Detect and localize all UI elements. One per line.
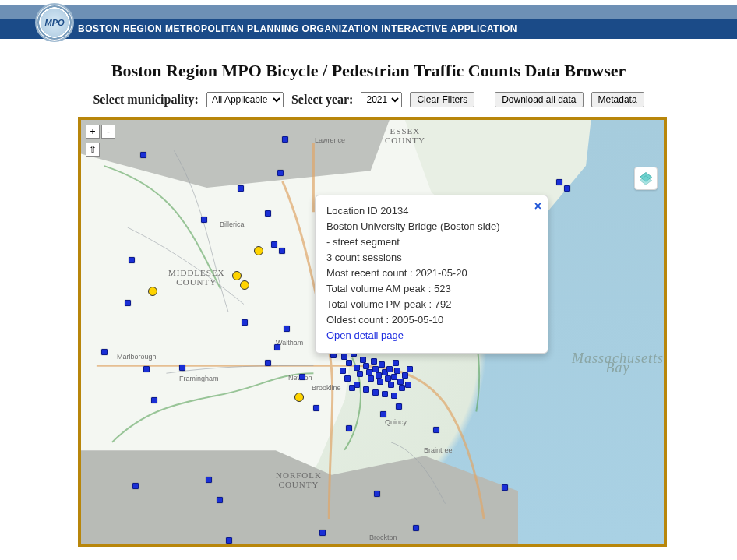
popup-line: 3 count sessions [326, 250, 537, 266]
map-point[interactable] [319, 530, 326, 536]
map-point[interactable] [143, 366, 150, 372]
zoom-out-button[interactable]: - [101, 125, 115, 139]
banner-main: BOSTON REGION METROPOLITAN PLANNING ORGA… [0, 19, 737, 39]
map-point-year[interactable] [240, 280, 249, 290]
label-essex: ESSEXCOUNTY [385, 126, 425, 145]
map-point[interactable] [433, 427, 439, 433]
map-point[interactable] [238, 185, 244, 192]
layers-icon [638, 171, 654, 186]
map-point[interactable] [129, 257, 135, 263]
label-braintree: Braintree [424, 446, 453, 455]
map-point[interactable] [151, 397, 157, 403]
year-label: Select year: [291, 93, 354, 107]
popup-close-icon[interactable]: × [534, 199, 541, 214]
popup-line: Oldest count : 2005-05-10 [326, 312, 537, 328]
controls-row: Select municipality: All Applicable Sele… [0, 92, 737, 107]
label-brockton: Brockton [369, 533, 397, 542]
mpo-logo-text: MPO [37, 5, 72, 41]
map-point[interactable] [284, 326, 290, 332]
layer-toggle-button[interactable] [634, 167, 658, 190]
map-popup: × Location ID 20134 Boston University Br… [315, 195, 548, 354]
reset-extent-button[interactable]: ⇧ [86, 143, 100, 157]
popup-line: Most recent count : 2021-05-20 [326, 266, 537, 281]
map-point[interactable] [279, 248, 285, 254]
municipality-label: Select municipality: [93, 93, 199, 107]
map-point[interactable] [140, 152, 146, 158]
label-framingham: Framingham [179, 374, 219, 383]
label-norfolk: NORFOLKCOUNTY [276, 470, 322, 489]
map-point[interactable] [265, 360, 271, 366]
map-point[interactable] [502, 484, 508, 491]
label-billerica: Billerica [220, 220, 245, 229]
map-point[interactable] [101, 349, 108, 355]
map-point[interactable] [265, 210, 271, 217]
reset-extent: ⇧ [86, 142, 100, 157]
map-point-year[interactable] [232, 271, 242, 280]
label-middlesex: MIDDLESEXCOUNTY [168, 268, 225, 287]
app-banner: BOSTON REGION METROPOLITAN PLANNING ORGA… [0, 5, 737, 37]
label-brookline: Brookline [312, 383, 341, 393]
download-all-button[interactable]: Download all data [495, 92, 583, 107]
map-point[interactable] [346, 425, 352, 431]
municipality-select[interactable]: All Applicable [206, 92, 284, 107]
year-select[interactable]: 2021 [361, 92, 402, 107]
popup-detail-link[interactable]: Open detail page [326, 329, 404, 341]
map-point[interactable] [271, 241, 277, 248]
popup-line: Boston University Bridge (Boston side) [326, 219, 537, 234]
map-point[interactable] [226, 537, 232, 544]
map-point[interactable] [277, 170, 284, 176]
map-point[interactable] [380, 411, 386, 417]
label-quincy: Quincy [385, 417, 407, 427]
map-point[interactable] [242, 319, 248, 326]
map-point[interactable] [217, 497, 223, 503]
mpo-logo: MPO [35, 3, 74, 42]
map-point[interactable] [556, 179, 562, 185]
map-point[interactable] [282, 136, 288, 143]
label-marlborough: Marlborough [117, 352, 157, 361]
map-point[interactable] [179, 365, 185, 371]
map-point[interactable] [564, 185, 570, 192]
map-point[interactable] [125, 300, 131, 306]
popup-line: Total volume PM peak : 792 [326, 297, 537, 312]
popup-line: Location ID 20134 [326, 203, 537, 219]
map-point-year[interactable] [294, 393, 304, 402]
map-point[interactable] [374, 491, 380, 497]
map-point[interactable] [396, 403, 402, 410]
clear-filters-button[interactable]: Clear Filters [410, 92, 474, 107]
map[interactable]: + - ⇧ ESSEXCOUNTY MIDDLESEXCOUNTY NORFOL… [78, 117, 667, 547]
map-point[interactable] [206, 477, 212, 483]
page-title: Boston Region MPO Bicycle / Pedestrian T… [0, 61, 737, 81]
popup-line: - street segment [326, 234, 537, 250]
banner-stripe [0, 5, 737, 19]
banner-title: BOSTON REGION METROPOLITAN PLANNING ORGA… [78, 23, 517, 34]
map-point-year[interactable] [148, 287, 157, 296]
map-point[interactable] [413, 525, 419, 531]
metadata-button[interactable]: Metadata [591, 92, 644, 107]
map-point[interactable] [132, 483, 139, 489]
label-bay: MassachusettsBay [572, 354, 664, 372]
map-point[interactable] [313, 405, 319, 411]
map-point[interactable] [201, 217, 207, 223]
map-point-year[interactable] [254, 246, 263, 255]
zoom-in-button[interactable]: + [86, 125, 100, 139]
popup-line: Total volume AM peak : 523 [326, 281, 537, 297]
label-lawrence: Lawrence [315, 136, 345, 145]
zoom-controls: + - [86, 125, 115, 139]
map-point[interactable] [274, 344, 280, 350]
map-point[interactable] [299, 374, 305, 380]
